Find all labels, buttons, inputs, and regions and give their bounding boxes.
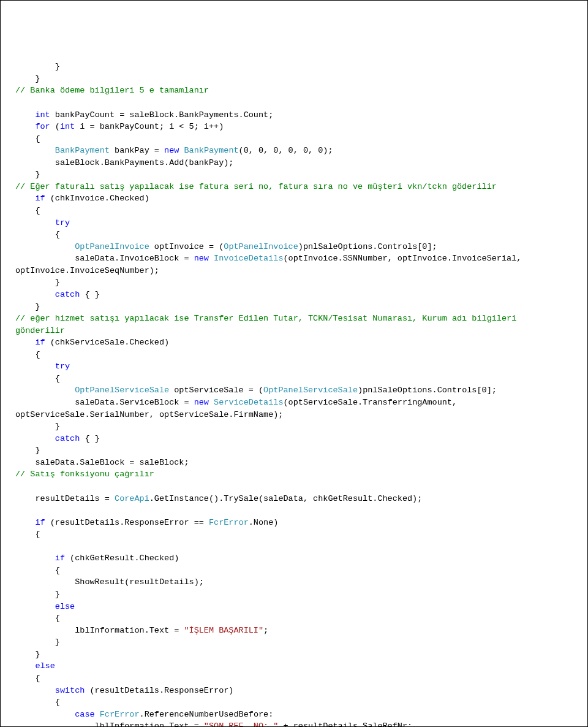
code-line: OptPanelServiceSale optServiceSale = (Op… — [15, 384, 573, 397]
code-line: BankPayment bankPay = new BankPayment(0,… — [15, 145, 573, 157]
code-line: lblInformation.Text = "SON REF. NO: " + … — [15, 720, 573, 727]
code-line: switch (resultDetails.ResponseError) — [15, 685, 573, 697]
code-line: // Banka ödeme bilgileri 5 e tamamlanır — [15, 85, 573, 97]
code-line: if (chkGetResult.Checked) — [15, 552, 573, 565]
code-line: } — [15, 636, 573, 649]
code-line: if (resultDetails.ResponseError == FcrEr… — [15, 517, 573, 529]
code-line: { — [15, 696, 573, 709]
code-line: } — [15, 444, 573, 457]
code-line: if (chkInvoice.Checked) — [15, 192, 573, 205]
code-line: catch { } — [15, 433, 573, 445]
code-line: gönderilir — [15, 325, 573, 337]
code-line: { — [15, 672, 573, 685]
code-line: // Satış fonksiyonu çağrılır — [15, 468, 573, 481]
code-line: } — [15, 649, 573, 661]
code-line: { — [15, 612, 573, 625]
code-line: OptPanelInvoice optInvoice = (OptPanelIn… — [15, 241, 573, 253]
code-line: catch { } — [15, 289, 573, 301]
code-line — [15, 541, 573, 553]
code-line: for (int i = bankPayCount; i < 5; i++) — [15, 121, 573, 133]
code-line: else — [15, 660, 573, 672]
code-line: saleData.ServiceBlock = new ServiceDetai… — [15, 397, 573, 409]
code-line: } — [15, 73, 573, 85]
code-line: { — [15, 133, 573, 145]
code-line — [15, 97, 573, 109]
code-line: ShowResult(resultDetails); — [15, 576, 573, 588]
code-line: if (chkServiceSale.Checked) — [15, 337, 573, 349]
code-line: // Eğer faturalı satış yapılacak ise fat… — [15, 181, 573, 193]
code-line: int bankPayCount = saleBlock.BankPayment… — [15, 109, 573, 121]
code-line: } — [15, 301, 573, 313]
code-line: lblInformation.Text = "İŞLEM BAŞARILI"; — [15, 625, 573, 637]
code-line: case FcrError.ReferenceNumberUsedBefore: — [15, 709, 573, 721]
code-line: // eğer hizmet satışı yapılacak ise Tran… — [15, 313, 573, 325]
code-line: } — [15, 588, 573, 601]
code-line: } — [15, 169, 573, 181]
code-line: { — [15, 528, 573, 541]
code-line: } — [15, 421, 573, 433]
code-line: resultDetails = CoreApi.GetInstance().Tr… — [15, 493, 573, 505]
code-line: { — [15, 229, 573, 241]
code-line: } — [15, 276, 573, 289]
code-line: { — [15, 349, 573, 361]
code-line: { — [15, 565, 573, 577]
code-block: } }// Banka ödeme bilgileri 5 e tamamlan… — [15, 61, 573, 727]
code-line — [15, 481, 573, 493]
code-line: { — [15, 373, 573, 385]
code-line: optServiceSale.SerialNumber, optServiceS… — [15, 409, 573, 421]
code-line: } — [15, 61, 573, 73]
code-line: saleData.SaleBlock = saleBlock; — [15, 457, 573, 469]
code-line: else — [15, 601, 573, 613]
code-line: saleData.InvoiceBlock = new InvoiceDetai… — [15, 253, 573, 265]
code-line: try — [15, 217, 573, 229]
code-line — [15, 504, 573, 517]
code-line: saleBlock.BankPayments.Add(bankPay); — [15, 157, 573, 169]
code-line: optInvoice.InvoiceSeqNumber); — [15, 265, 573, 277]
code-line: { — [15, 205, 573, 217]
code-line: try — [15, 360, 573, 373]
